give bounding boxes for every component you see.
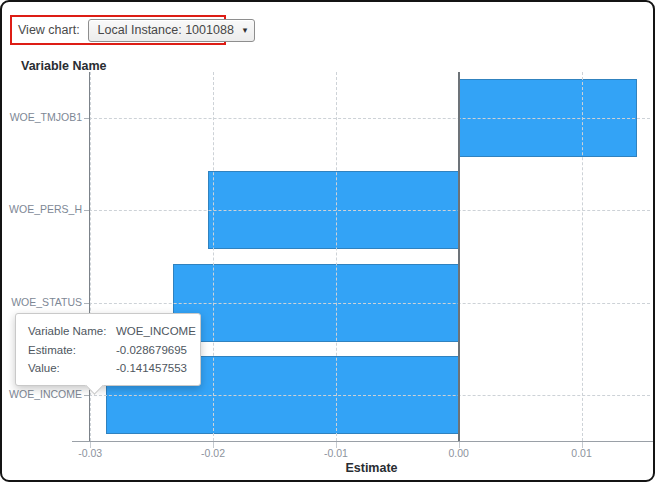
x-tick-label: 0.01 <box>554 447 610 459</box>
zero-baseline <box>458 72 460 441</box>
y-category-label: WOE_TMJOB1 <box>2 111 82 123</box>
tooltip-variable-label: Variable Name: <box>28 322 116 341</box>
chart-tooltip: Variable Name: WOE_INCOME Estimate: -0.0… <box>15 313 201 386</box>
app-window: View chart: Local Instance: 1001088 ▾ Va… <box>0 0 655 482</box>
x-tick-label: 0.00 <box>431 447 487 459</box>
x-axis-tick <box>213 442 214 448</box>
tooltip-value-value: -0.141457553 <box>116 359 188 378</box>
x-axis-tick <box>336 442 337 448</box>
vertical-gridline <box>213 72 214 441</box>
chevron-down-icon: ▾ <box>243 26 248 35</box>
tooltip-estimate-label: Estimate: <box>28 341 116 360</box>
x-axis-title: Estimate <box>89 461 654 475</box>
y-category-label: WOE_INCOME <box>2 388 82 400</box>
x-axis-tick <box>90 442 91 448</box>
tooltip-row: Estimate: -0.028679695 <box>28 341 188 360</box>
tooltip-variable-value: WOE_INCOME <box>116 322 196 341</box>
x-tick-label: -0.02 <box>185 447 241 459</box>
tooltip-row: Value: -0.141457553 <box>28 359 188 378</box>
view-chart-dropdown[interactable]: Local Instance: 1001088 ▾ <box>88 19 256 42</box>
y-axis-labels: WOE_TMJOB1WOE_PERS_HWOE_STATUSWOE_INCOME <box>2 72 82 441</box>
x-axis-tick <box>582 442 583 448</box>
horizontal-gridline <box>89 210 650 211</box>
horizontal-gridline <box>89 118 650 119</box>
x-axis-line <box>72 441 655 442</box>
x-tick-label: -0.03 <box>62 447 118 459</box>
x-tick-label: -0.01 <box>308 447 364 459</box>
view-chart-dropdown-value: Local Instance: 1001088 <box>98 23 234 37</box>
y-category-label: WOE_STATUS <box>2 296 82 308</box>
tooltip-estimate-value: -0.028679695 <box>116 341 188 360</box>
bar-chart-plot-area: -0.03-0.02-0.010.000.01 <box>89 72 654 441</box>
horizontal-gridline <box>89 395 650 396</box>
horizontal-gridline <box>89 303 650 304</box>
vertical-gridline <box>582 72 583 441</box>
y-category-label: WOE_PERS_H <box>2 203 82 215</box>
view-chart-highlight: View chart: Local Instance: 1001088 ▾ <box>10 15 226 45</box>
tooltip-value-label: Value: <box>28 359 116 378</box>
view-chart-label: View chart: <box>18 23 80 37</box>
tooltip-row: Variable Name: WOE_INCOME <box>28 322 188 341</box>
x-axis-tick <box>459 442 460 448</box>
y-axis-title: Variable Name <box>21 59 106 73</box>
vertical-gridline <box>336 72 337 441</box>
